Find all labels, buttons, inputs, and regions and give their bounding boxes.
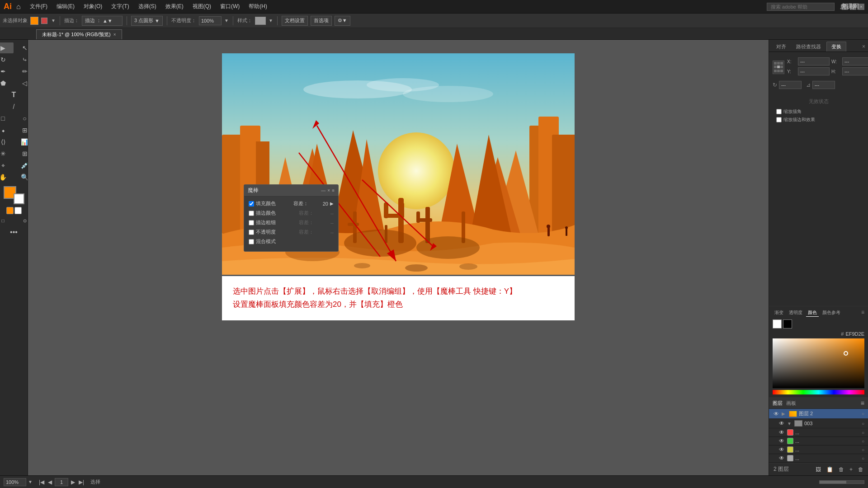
delete-selection-btn[interactable]: + — [848, 465, 854, 474]
transparency-tab[interactable]: 透明度 — [787, 309, 804, 317]
tab-transform[interactable]: 变换 — [826, 42, 846, 52]
make-clipping-mask-btn[interactable]: 🖼 — [814, 465, 823, 474]
sublayer-green-eye[interactable]: 👁 — [778, 438, 785, 444]
stroke-width-checkbox[interactable] — [249, 220, 254, 225]
blend-tool[interactable]: ⟨⟩ — [0, 136, 14, 147]
rotate-tool[interactable]: ↻ — [0, 54, 14, 65]
create-new-layer-btn[interactable]: 🗑 — [837, 465, 846, 474]
erase-tool[interactable]: ◁ — [14, 78, 28, 89]
zoom-tool[interactable]: 🔍 — [14, 172, 28, 183]
scale-effects-checkbox[interactable] — [776, 117, 782, 122]
reference-point-selector[interactable] — [773, 61, 784, 74]
pen-tool[interactable]: ✒ — [0, 66, 14, 77]
menu-effects[interactable]: 效果(E) — [162, 2, 187, 11]
normal-mode[interactable]: □ — [0, 215, 14, 226]
sublayer-yellow-eye[interactable]: 👁 — [778, 446, 785, 453]
preferences-btn[interactable]: 首选项 — [311, 16, 332, 26]
rect-tool[interactable]: □ — [0, 113, 14, 124]
sublayer-yellow-lock[interactable]: ○ — [862, 447, 864, 452]
right-panel-close-btn[interactable]: × — [862, 43, 865, 50]
blob-brush-tool[interactable]: ⬟ — [0, 78, 14, 89]
symbol-tool[interactable]: ✳ — [0, 148, 14, 159]
color-gradient-picker[interactable] — [773, 338, 864, 388]
layer003-visibility-icon[interactable]: 👁 — [778, 420, 785, 427]
column-chart-tool[interactable]: ⊞ — [14, 148, 28, 159]
black-swatch[interactable] — [783, 319, 792, 328]
selection-tool[interactable]: ▶ — [0, 42, 14, 53]
close-button[interactable]: × — [858, 4, 864, 10]
prefs-arrow-btn[interactable]: ⚙▼ — [335, 16, 350, 26]
panel-menu-btn[interactable]: ≡ — [332, 188, 335, 193]
sublayer-gray-lock[interactable]: ○ — [862, 456, 864, 461]
rotation-input[interactable] — [779, 81, 802, 89]
panel-minimize-btn[interactable]: — — [321, 188, 326, 193]
menu-select[interactable]: 选择(S) — [135, 2, 160, 11]
fill-tool[interactable] — [6, 207, 14, 214]
menu-window[interactable]: 窗口(W) — [217, 2, 243, 11]
paintbucket-tool[interactable]: ⬥ — [0, 125, 14, 136]
style-swatch[interactable] — [255, 17, 266, 25]
layers-menu-icon[interactable]: ≡ — [861, 399, 864, 407]
mode-selector[interactable]: 描边 ： ▲▼ — [82, 16, 123, 26]
hand-tool[interactable]: ✋ — [0, 172, 14, 183]
sublayer-green-lock[interactable]: ○ — [862, 439, 864, 444]
stroke-tool[interactable] — [14, 207, 22, 214]
document-tab[interactable]: 未标题-1* @ 100% (RGB/预览) × — [36, 29, 122, 39]
sub-layer-red[interactable]: 👁 ... ○ — [769, 428, 868, 437]
layer-item-003[interactable]: 👁 ▼ 003 ○ — [769, 419, 868, 428]
scale-strokes-checkbox[interactable] — [776, 109, 782, 114]
layer-item-layer2[interactable]: 👁 ▶ 图层 2 ○ — [769, 409, 868, 419]
chart-tool[interactable]: 📊 — [14, 136, 28, 147]
h-input[interactable] — [842, 67, 868, 75]
help-search[interactable] — [767, 3, 835, 11]
panel-close-btn[interactable]: × — [327, 188, 330, 193]
layer2-lock-icon[interactable]: ○ — [862, 411, 864, 416]
menu-text[interactable]: 文字(T) — [108, 2, 132, 11]
style-arrow[interactable]: ▼ — [269, 18, 273, 23]
stroke-color-checkbox[interactable] — [249, 211, 254, 216]
create-new-sublayer-btn[interactable]: 📋 — [825, 465, 835, 474]
white-swatch[interactable] — [773, 319, 782, 328]
opacity-checkbox[interactable] — [249, 230, 254, 235]
magic-wand-panel-header[interactable]: 魔棒 — × ≡ — [244, 185, 338, 197]
mesh-tool[interactable]: ⊞ — [14, 125, 28, 136]
fill-color-checkbox[interactable] — [249, 201, 254, 206]
opacity-input[interactable] — [199, 16, 222, 25]
layer2-expand-arrow[interactable]: ▶ — [782, 411, 787, 416]
menu-edit[interactable]: 编辑(E) — [53, 2, 78, 11]
layer003-expand-arrow[interactable]: ▼ — [787, 421, 793, 426]
home-icon[interactable]: ⌂ — [16, 3, 21, 11]
color-tab[interactable]: 颜色 — [806, 309, 819, 317]
direct-select-tool[interactable]: ↖ — [14, 42, 28, 53]
blend-mode-checkbox[interactable] — [249, 239, 254, 244]
menu-file[interactable]: 文件(F) — [26, 2, 51, 11]
x-input[interactable] — [798, 57, 830, 66]
slice-tool[interactable]: ⌖ — [0, 160, 14, 171]
point-type-selector[interactable]: 3 点圆形 ▼ — [131, 16, 163, 26]
tab-pathfinder[interactable]: 路径查找器 — [792, 42, 826, 52]
delete-layer-btn[interactable]: 🗑 — [856, 465, 865, 474]
color-panel-menu[interactable]: ≡ — [861, 309, 864, 317]
sublayer-red-lock[interactable]: ○ — [862, 430, 864, 435]
prev-page-btn[interactable]: ◀ — [47, 479, 53, 485]
eyedropper-tool[interactable]: 💉 — [14, 160, 28, 171]
opacity-arrow[interactable]: ▼ — [224, 18, 229, 23]
sub-layer-yellow[interactable]: 👁 ... ○ — [769, 446, 868, 454]
hue-slider[interactable] — [773, 390, 864, 394]
warp-tool[interactable]: ⤷ — [14, 54, 28, 65]
menu-object[interactable]: 对象(O) — [80, 2, 106, 11]
menu-view[interactable]: 视图(Q) — [189, 2, 215, 11]
layers-tab-layers[interactable]: 图层 — [773, 400, 783, 407]
oval-tool[interactable]: ○ — [14, 113, 28, 124]
tab-close-btn[interactable]: × — [113, 32, 116, 37]
pencil-tool[interactable]: ✏ — [14, 66, 28, 77]
layer003-lock-icon[interactable]: ○ — [862, 421, 864, 426]
first-page-btn[interactable]: |◀ — [38, 479, 45, 485]
doc-settings-btn[interactable]: 文档设置 — [282, 16, 308, 26]
layer2-visibility-icon[interactable]: 👁 — [773, 411, 780, 417]
fill-tolerance-arrow[interactable]: ▶ — [330, 201, 334, 206]
next-page-btn[interactable]: ▶ — [70, 479, 76, 485]
w-input[interactable] — [842, 57, 868, 66]
sub-layer-green[interactable]: 👁 ... ○ — [769, 437, 868, 446]
last-page-btn[interactable]: ▶| — [78, 479, 85, 485]
